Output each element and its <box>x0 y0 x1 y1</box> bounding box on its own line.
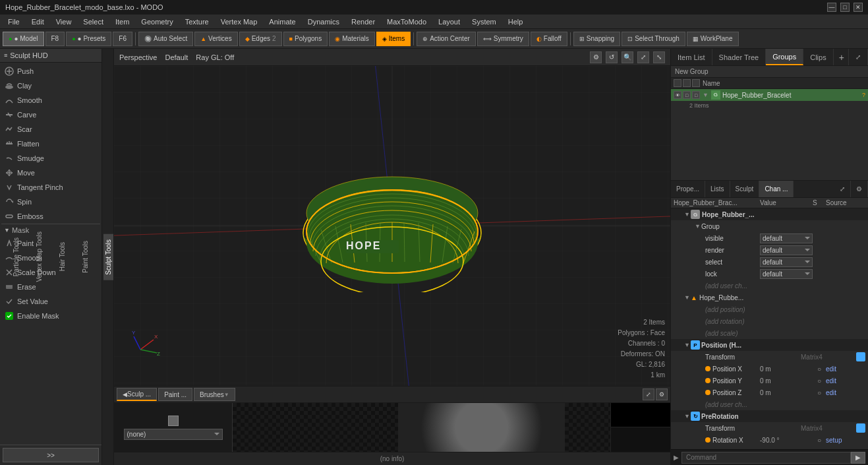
menu-item[interactable]: Item <box>110 16 134 27</box>
ch-pos-y-source[interactable]: edit <box>826 377 865 385</box>
items-button[interactable]: ◈ Items <box>376 32 411 46</box>
brush-select-dropdown[interactable]: (none) <box>124 429 223 440</box>
side-tab-sculpt-tools[interactable]: Sculpt Tools <box>103 234 113 280</box>
ch-row-render[interactable]: render default <box>671 244 868 256</box>
ch-select-value[interactable]: default <box>760 257 813 267</box>
viewport-expand-icon[interactable]: ⤢ <box>637 51 649 63</box>
menu-animate[interactable]: Animate <box>264 16 301 27</box>
ch-row-add-pos[interactable]: (add position) <box>671 303 868 315</box>
menu-vertex-map[interactable]: Vertex Map <box>216 16 263 27</box>
side-tab-particle-tools[interactable]: Particle Tools <box>11 232 21 282</box>
ch-row-lock[interactable]: lock default <box>671 268 868 280</box>
brush-thumb-2[interactable] <box>399 403 565 452</box>
menu-texture[interactable]: Texture <box>180 16 214 27</box>
ch-row-pos-x[interactable]: Position X 0 m ○ edit <box>671 363 868 375</box>
set-value-tool[interactable]: Set Value <box>1 294 100 309</box>
ch-row-hope-rubbe-mesh[interactable]: ▼ ▲ Hope_Rubbe... <box>671 292 868 303</box>
tab-expand-icon[interactable]: ⤢ <box>834 181 851 197</box>
bottom-settings-icon[interactable]: ⚙ <box>656 388 668 400</box>
side-tab-paint-tools[interactable]: Paint Tools <box>80 235 90 278</box>
smooth-tool[interactable]: Smooth <box>1 93 100 108</box>
ch-row-pos-y[interactable]: Position Y 0 m ○ edit <box>671 375 868 387</box>
menu-geometry[interactable]: Geometry <box>136 16 178 27</box>
side-tab-vertex-map-tools[interactable]: Vertex Map Tools <box>34 226 44 288</box>
falloff-button[interactable]: ◐ Falloff <box>531 32 567 46</box>
emboss-tool[interactable]: Emboss <box>1 209 100 224</box>
push-tool[interactable]: Push <box>1 64 100 78</box>
command-input[interactable] <box>681 452 851 464</box>
bottom-tab-paint[interactable]: Paint ... <box>158 388 192 401</box>
tab-sculpt[interactable]: Sculpt <box>730 181 760 197</box>
menu-maxtomode[interactable]: MaxToModo <box>382 16 432 27</box>
ch-render-value[interactable]: default <box>760 245 813 255</box>
ch-rot-x-source[interactable]: setup <box>826 437 865 444</box>
action-center-button[interactable]: ⊕ Action Center <box>417 32 476 46</box>
tab-add-icon[interactable]: + <box>835 49 849 65</box>
menu-view[interactable]: View <box>51 16 77 27</box>
ch-row-pre-rotation[interactable]: ▼ ↻ PreRotation <box>671 410 868 422</box>
ch-pos-z-source[interactable]: edit <box>826 389 865 396</box>
item-vis-icon-3[interactable]: □ <box>692 91 700 99</box>
scar-tool[interactable]: Scar <box>1 122 100 137</box>
model-mode-button[interactable]: ● ● Model <box>3 32 44 46</box>
expand-button[interactable]: >> <box>3 448 99 462</box>
carve-tool[interactable]: Carve <box>1 108 100 122</box>
smudge-tool[interactable]: Smudge <box>1 151 100 166</box>
snapping-button[interactable]: ⊞ Snapping <box>573 32 620 46</box>
tab-channels[interactable]: Chan ... <box>759 181 794 197</box>
ch-row-group[interactable]: ▼ Group <box>671 220 868 232</box>
tab-settings-icon[interactable]: ⚙ <box>851 181 868 197</box>
menu-help[interactable]: Help <box>503 16 529 27</box>
clay-tool[interactable]: Clay <box>1 78 100 93</box>
minimize-button[interactable]: — <box>827 3 836 12</box>
ch-row-rot-x[interactable]: Rotation X -90.0 ° ○ setup <box>671 434 868 446</box>
item-row-hope-rubber-bracelet[interactable]: 👁 □ □ ▼ G Hope_Rubber_Bracelet ? <box>671 89 868 101</box>
tab-clips[interactable]: Clips <box>803 49 833 65</box>
maximize-button[interactable]: □ <box>840 3 850 12</box>
ch-row-select[interactable]: select default <box>671 256 868 268</box>
f6-button[interactable]: F6 <box>113 32 132 46</box>
ch-row-pos-z[interactable]: Position Z 0 m ○ edit <box>671 387 868 398</box>
symmetry-button[interactable]: ⟺ Symmetry <box>477 32 529 46</box>
viewport-3d[interactable]: HOPE X Y Z 2 Items <box>114 66 670 386</box>
side-tab-hair-tools[interactable]: Hair Tools <box>57 237 67 276</box>
window-controls[interactable]: — □ ✕ <box>827 3 863 12</box>
erase-tool[interactable]: Erase <box>1 280 100 294</box>
enable-mask-toggle[interactable]: Enable Mask <box>1 309 100 323</box>
ch-visible-value[interactable]: default <box>760 233 813 243</box>
bottom-tab-brushes[interactable]: Brushes ▼ <box>194 388 235 401</box>
menu-edit[interactable]: Edit <box>26 16 49 27</box>
ch-row-add-user[interactable]: (add user ch... <box>671 280 868 292</box>
materials-button[interactable]: ◉ Materials <box>329 32 375 46</box>
edges-button[interactable]: ◆ Edges 2 <box>239 32 282 46</box>
workplane-button[interactable]: ▦ WorkPlane <box>687 32 739 46</box>
ch-pos-x-source[interactable]: edit <box>826 365 865 373</box>
item-vis-icon-1[interactable]: 👁 <box>674 91 681 99</box>
viewport-settings-icon[interactable]: ⚙ <box>590 51 602 63</box>
ch-row-add-rot[interactable]: (add rotation) <box>671 315 868 327</box>
menu-system[interactable]: System <box>467 16 502 27</box>
item-vis-icon-2[interactable]: □ <box>683 91 691 99</box>
menu-layout[interactable]: Layout <box>433 16 465 27</box>
menu-select[interactable]: Select <box>78 16 109 27</box>
menu-file[interactable]: File <box>3 16 25 27</box>
brush-color-swatch[interactable] <box>168 416 179 426</box>
tab-expand-icon[interactable]: ⤢ <box>849 49 868 65</box>
bottom-expand-icon[interactable]: ⤢ <box>643 388 654 400</box>
tab-groups[interactable]: Groups <box>766 49 803 65</box>
bottom-tab-sculpt[interactable]: ◀ Sculp ... <box>117 388 157 401</box>
viewport-maximize-icon[interactable]: ⤡ <box>653 51 665 63</box>
viewport-rotate-icon[interactable]: ↺ <box>606 51 618 63</box>
presets-button[interactable]: ● ● Presets <box>66 32 111 46</box>
polygons-button[interactable]: ■ Polygons <box>283 32 328 46</box>
ch-row-add-scale[interactable]: (add scale) <box>671 327 868 339</box>
menu-dynamics[interactable]: Dynamics <box>303 16 345 27</box>
tab-shader-tree[interactable]: Shader Tree <box>712 49 767 65</box>
vertices-button[interactable]: ▲ Vertices <box>194 32 238 46</box>
auto-select-button[interactable]: 🔘 Auto Select <box>138 32 193 46</box>
brush-thumb-1[interactable] <box>233 403 399 452</box>
select-through-button[interactable]: ⊡ Select Through <box>622 32 685 46</box>
viewport-search-icon[interactable]: 🔍 <box>622 51 633 63</box>
ch-row-position-h[interactable]: ▼ P Position (H... <box>671 339 868 351</box>
f8-button[interactable]: F8 <box>45 32 65 46</box>
